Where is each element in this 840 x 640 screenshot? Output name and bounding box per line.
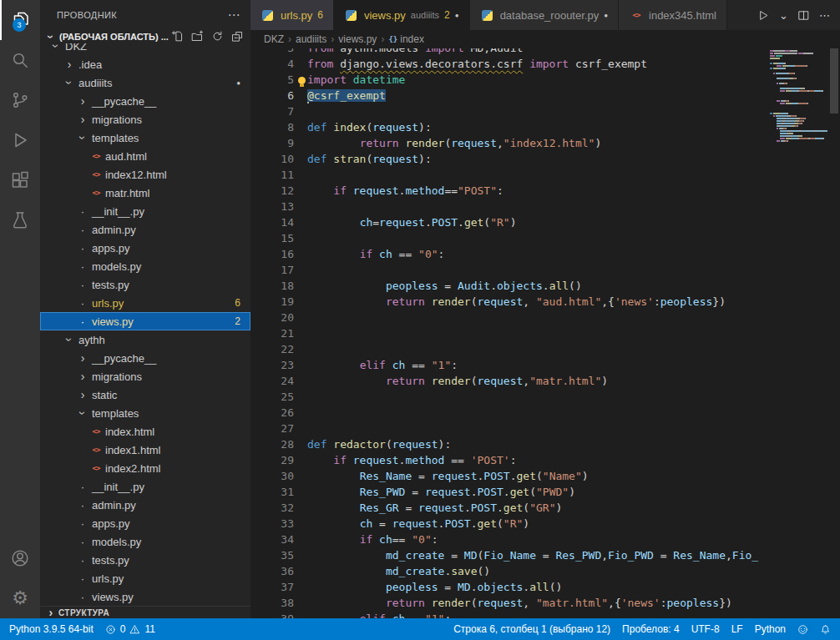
line-number[interactable]: 35 [250, 549, 294, 565]
tree-item[interactable]: ›templates [40, 404, 250, 422]
code-line[interactable]: 4from django.views.decorators.csrf impor… [250, 58, 840, 73]
code-line[interactable]: 37 peopless = MD.objects.all() [250, 581, 840, 597]
code-line[interactable]: 17 [250, 264, 840, 280]
code-line[interactable]: 5import datetime [250, 73, 840, 89]
activity-item-run-debug[interactable] [0, 120, 40, 160]
tree-item[interactable]: ·apps.py [40, 239, 250, 257]
code-line[interactable]: 23 elif ch == "1": [250, 359, 840, 375]
code-line[interactable]: 29 if request.method == 'POST': [250, 454, 840, 470]
code-line[interactable]: 38 return render(request, "matr.html",{'… [250, 597, 840, 612]
code-line[interactable]: 9 return render(request,"index12.html") [250, 137, 840, 153]
code-line[interactable]: 7 [250, 105, 840, 121]
code-editor[interactable]: 3from aythh.models import MD,Audit4from … [250, 48, 840, 618]
breadcrumb-item[interactable]: {}index [388, 33, 424, 45]
tree-item[interactable]: ·tests.py [40, 551, 250, 569]
tree-item[interactable]: ·tests.py [40, 275, 250, 294]
activity-item-explorer[interactable]: 3 [0, 0, 40, 40]
code-line[interactable]: 39 elif ch== "1": [250, 612, 840, 618]
line-number[interactable]: 26 [250, 406, 294, 422]
code-line[interactable]: 14 ch=request.POST.get("R") [250, 216, 840, 232]
outline-section-header[interactable]: › СТРУКТУРА [40, 606, 250, 618]
code-line[interactable]: 13 [250, 200, 840, 216]
activity-item-settings[interactable]: ⚙ [0, 578, 40, 618]
breadcrumb-item[interactable]: audiiits [296, 33, 326, 45]
code-line[interactable]: 25 [250, 391, 840, 406]
code-line[interactable]: 6@csrf_exempt [250, 89, 840, 105]
line-number[interactable]: 12 [250, 184, 294, 200]
line-number[interactable]: 6 [250, 89, 294, 105]
tree-item[interactable]: ›static [40, 386, 250, 404]
tree-item[interactable]: ›.idea [40, 55, 250, 73]
code-line[interactable]: 16 if ch == "0": [250, 248, 840, 264]
line-number[interactable]: 22 [250, 343, 294, 359]
line-number[interactable]: 20 [250, 311, 294, 327]
tree-item[interactable]: ›__pycache__ [40, 92, 250, 110]
code-line[interactable]: 31 Res_PWD = request.POST.get("PWD") [250, 486, 840, 501]
tree-item[interactable]: ·__init__.py [40, 477, 250, 496]
line-number[interactable]: 5 [250, 73, 294, 89]
line-number[interactable]: 24 [250, 375, 294, 391]
code-line[interactable]: 22 [250, 343, 840, 359]
line-number[interactable]: 30 [250, 470, 294, 486]
tree-item[interactable]: ·models.py [40, 532, 250, 551]
line-number[interactable]: 15 [250, 232, 294, 248]
minimap[interactable] [768, 48, 828, 618]
tree-item[interactable]: ·views.py2 [40, 312, 250, 330]
activity-item-account[interactable] [0, 538, 40, 578]
tree-item[interactable]: ›DKZ [40, 43, 250, 55]
more-actions-icon[interactable]: ⋯ [228, 8, 240, 23]
code-line[interactable]: 20 [250, 311, 840, 327]
code-line[interactable]: 26 [250, 406, 840, 422]
activity-item-extensions[interactable] [0, 160, 40, 200]
line-number[interactable]: 21 [250, 327, 294, 343]
status-eol[interactable]: LF [726, 618, 749, 640]
code-line[interactable]: 11 [250, 169, 840, 184]
tree-item[interactable]: ·urls.py [40, 569, 250, 587]
new-folder-button[interactable] [191, 30, 204, 43]
split-editor-button[interactable] [797, 9, 810, 22]
code-line[interactable]: 12 if request.method=="POST": [250, 184, 840, 200]
tree-item[interactable]: ›migrations [40, 367, 250, 386]
tree-item[interactable]: ·views.py [40, 587, 250, 606]
tree-item[interactable]: <>matr.html [40, 184, 250, 202]
tree-item[interactable]: <>aud.html [40, 147, 250, 165]
tree-item[interactable]: ›__pycache__ [40, 349, 250, 367]
code-line[interactable]: 32 Res_GR = request.POST.get("GR") [250, 501, 840, 517]
line-number[interactable]: 4 [250, 58, 294, 73]
refresh-button[interactable] [211, 30, 224, 43]
lightbulb-icon[interactable] [298, 77, 306, 84]
tree-item[interactable]: ·apps.py [40, 514, 250, 532]
tree-item[interactable]: ·models.py [40, 257, 250, 275]
code-line[interactable]: 3from aythh.models import MD,Audit [250, 48, 840, 58]
tree-item[interactable]: ·__init__.py [40, 202, 250, 220]
scrollbar-thumb[interactable] [830, 48, 838, 113]
line-number[interactable]: 10 [250, 153, 294, 169]
code-line[interactable]: 36 md_create.save() [250, 565, 840, 581]
line-number[interactable]: 3 [250, 48, 294, 58]
line-number[interactable]: 13 [250, 200, 294, 216]
tab-urls.py[interactable]: urls.py6 [250, 0, 334, 30]
status-problems[interactable]: 011 [99, 618, 161, 640]
collapse-all-button[interactable] [231, 30, 244, 43]
line-number[interactable]: 16 [250, 248, 294, 264]
code-line[interactable]: 30 Res_Name = request.POST.get("Name") [250, 470, 840, 486]
line-number[interactable]: 34 [250, 533, 294, 549]
line-number[interactable]: 38 [250, 597, 294, 612]
line-number[interactable]: 32 [250, 501, 294, 517]
tab-views.py[interactable]: views.pyaudiiits2● [334, 0, 470, 30]
code-line[interactable]: 24 return render(request,"matr.html") [250, 375, 840, 391]
line-number[interactable]: 37 [250, 581, 294, 597]
line-number[interactable]: 28 [250, 438, 294, 454]
code-line[interactable]: 33 ch = request.POST.get("R") [250, 517, 840, 533]
line-number[interactable]: 9 [250, 137, 294, 153]
line-number[interactable]: 19 [250, 295, 294, 311]
line-number[interactable]: 23 [250, 359, 294, 375]
tree-item[interactable]: ›migrations [40, 110, 250, 129]
tree-item[interactable]: ›templates [40, 129, 250, 147]
breadcrumb-item[interactable]: DKZ [264, 33, 284, 45]
tab-database_roouter.py[interactable]: database_roouter.py● [470, 0, 619, 30]
code-line[interactable]: 15 [250, 232, 840, 248]
breadcrumb-item[interactable]: views.py [338, 33, 377, 45]
new-file-button[interactable] [171, 30, 184, 43]
line-number[interactable]: 36 [250, 565, 294, 581]
